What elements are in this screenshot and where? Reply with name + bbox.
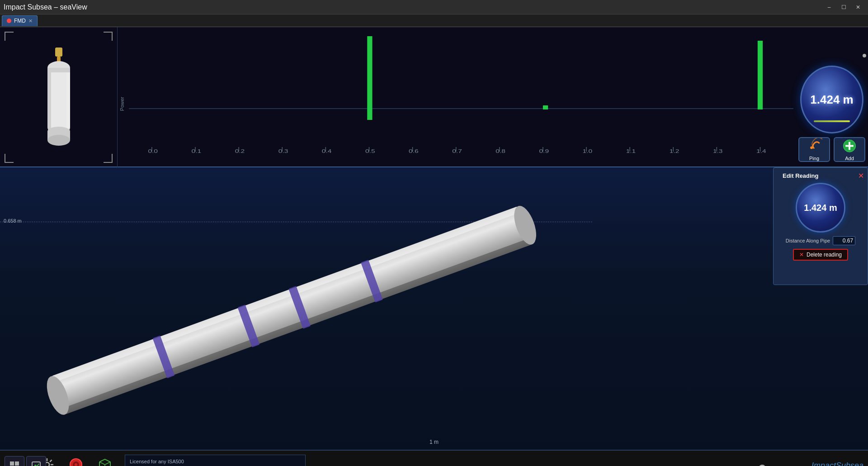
clear-icon-wrap [97,456,113,466]
window-controls: – ☐ ✕ [823,2,864,12]
svg-text:0.1: 0.1 [192,148,202,154]
distance-along-pipe-row: Distance Along Pipe [786,236,855,245]
title-bar: Impact Subsea – seaView – ☐ ✕ [0,0,868,14]
svg-text:0.3: 0.3 [278,148,288,154]
tare-button[interactable]: Tare [62,454,90,466]
svg-point-45 [810,146,813,149]
view-3d: 0.658 m [0,167,868,450]
delete-label: Delete reading [807,252,842,258]
chart-svg: 0.0 0.1 0.2 0.3 0.4 0.5 0.6 0.7 0.8 0.9 … [129,32,793,158]
svg-line-70 [50,460,52,462]
close-btn[interactable]: ✕ [852,2,864,12]
svg-text:0.7: 0.7 [452,148,462,154]
tab-close-icon[interactable]: ✕ [28,18,33,24]
sensor-device-image [32,48,86,147]
clear-icon [98,457,112,466]
device-preview [0,27,118,167]
tare-icon [69,457,83,466]
tab-fmd[interactable]: FMD ✕ [2,15,38,26]
svg-rect-48 [845,145,854,147]
status-dot [863,54,866,57]
ping-label: Ping [809,156,819,161]
delete-icon: ✕ [799,252,804,258]
distance-along-pipe-input[interactable] [833,236,855,245]
maximize-btn[interactable]: ☐ [837,2,850,12]
svg-text:0.9: 0.9 [539,148,549,154]
ping-button[interactable]: Ping [798,137,830,162]
svg-rect-5 [47,72,51,131]
main-area: Power 0.0 0.1 0.2 0.3 0.4 0.5 0.6 0.7 0.… [0,27,868,466]
log-button[interactable] [26,456,46,466]
add-icon [841,138,858,154]
app-title: Impact Subsea – seaView [4,3,87,11]
svg-rect-41 [367,36,372,109]
svg-rect-6 [66,72,70,131]
svg-text:0.6: 0.6 [409,148,419,154]
brand-name: ImpactSubsea [811,461,863,466]
grid-icon [9,461,20,466]
svg-rect-78 [10,461,14,466]
svg-text:0.5: 0.5 [365,148,375,154]
gauge-area: 1.424 m Ping [796,27,868,166]
svg-rect-44 [758,41,763,109]
edit-reading-panel: Edit Reading ✕ 1.424 m Distance Along Pi… [773,167,868,285]
svg-rect-50 [51,206,521,383]
edit-gauge-reading: 1.424 m [804,203,837,213]
edit-reading-gauge: 1.424 m [796,183,845,233]
main-gauge-reading: 1.424 m [810,93,853,107]
svg-point-9 [47,135,70,146]
tab-status-icon [7,19,11,23]
delete-reading-button[interactable]: ✕ Delete reading [793,249,848,261]
grid-view-button[interactable] [5,456,24,466]
distance-along-pipe-label: Distance Along Pipe [786,238,830,243]
edit-reading-close[interactable]: ✕ [858,171,864,180]
top-panel: Power 0.0 0.1 0.2 0.3 0.4 0.5 0.6 0.7 0.… [0,27,868,167]
svg-rect-51 [62,238,532,414]
svg-text:0.2: 0.2 [235,148,245,154]
svg-text:0.8: 0.8 [495,148,505,154]
bracket-bl [5,154,14,163]
svg-rect-42 [367,109,372,120]
bracket-tr [104,32,113,41]
gauge-buttons: Ping Add [798,137,865,162]
svg-text:0.0: 0.0 [148,148,158,154]
svg-text:1.3: 1.3 [713,148,723,154]
svg-line-75 [99,462,105,465]
svg-rect-43 [543,105,548,109]
chart-axis-label: Power [119,97,125,111]
bracket-br [104,154,113,163]
chart-area: Power 0.0 0.1 0.2 0.3 0.4 0.5 0.6 0.7 0.… [118,27,796,166]
bracket-tl [5,32,14,41]
tare-icon-wrap [68,456,84,466]
add-button[interactable]: Add [834,137,865,162]
brand-area: ImpactSubsea V1.1 [811,461,863,466]
svg-text:1.0: 1.0 [583,148,593,154]
ping-icon [806,138,822,154]
edit-reading-title: Edit Reading [783,172,818,179]
svg-rect-0 [55,48,62,57]
clear-button[interactable]: Clear [91,454,118,466]
log-icon [31,461,42,466]
svg-rect-4 [47,68,70,72]
svg-text:1.2: 1.2 [670,148,679,154]
status-line1: Licensed for any ISA500 [130,458,301,466]
svg-rect-79 [15,461,19,466]
main-gauge: 1.424 m [800,66,863,133]
svg-point-74 [75,463,77,466]
svg-rect-49 [51,206,532,415]
tab-label: FMD [14,18,26,24]
svg-text:1.4: 1.4 [756,148,766,154]
gauge-indicator [814,120,850,122]
distance-label: 1 m [429,439,439,445]
tab-bar: FMD ✕ [0,14,868,27]
status-box: Licensed for any ISA500 Searching for de… [125,455,306,466]
svg-text:1.1: 1.1 [626,148,636,154]
svg-text:0.4: 0.4 [322,148,332,154]
add-label: Add [845,156,854,161]
minimize-btn[interactable]: – [823,2,835,12]
pipe-3d [0,204,588,430]
toolbar: Connect Setup [0,450,868,466]
svg-line-76 [105,462,110,465]
